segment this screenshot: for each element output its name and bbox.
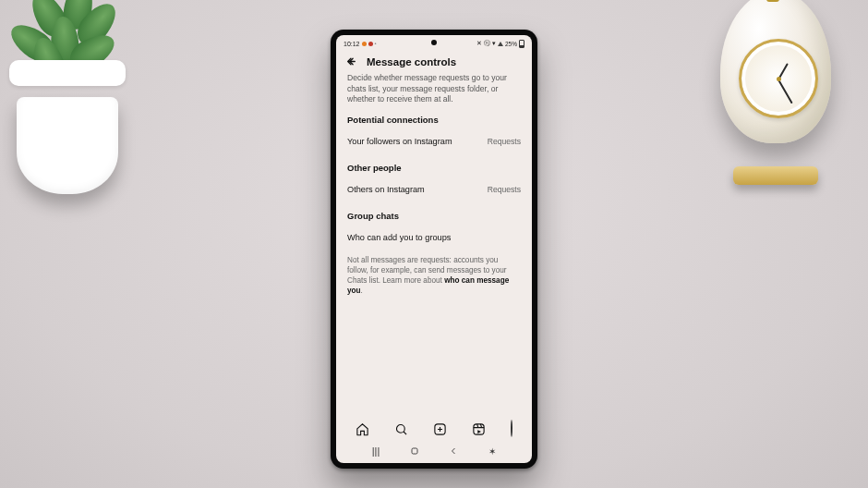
scene-background: 10:12 • ✕ ⓝ ▾ 25% <box>0 0 868 488</box>
status-vibrate-icon: ✕ <box>476 40 482 47</box>
nav-recent-button[interactable]: ||| <box>367 445 385 457</box>
status-notif-icon <box>368 42 373 46</box>
svg-rect-6 <box>474 423 484 433</box>
svg-rect-11 <box>412 448 417 454</box>
status-signal-icon <box>498 42 503 46</box>
status-more-icon: • <box>375 41 377 46</box>
status-battery-icon <box>519 40 524 48</box>
section-heading-potential: Potential connections <box>347 115 521 125</box>
phone-frame: 10:12 • ✕ ⓝ ▾ 25% <box>331 30 537 469</box>
tab-reels[interactable] <box>472 422 486 436</box>
row-followers-label: Your followers on Instagram <box>347 137 452 146</box>
row-followers[interactable]: Your followers on Instagram Requests <box>347 132 521 155</box>
row-followers-value: Requests <box>488 137 521 146</box>
page-title: Message controls <box>367 56 456 67</box>
nav-accessibility-button[interactable]: ✶ <box>483 446 501 457</box>
nav-back-button[interactable] <box>444 445 463 457</box>
footnote-text-end: . <box>361 287 363 295</box>
plant-decoration <box>0 0 157 213</box>
page-description: Decide whether message requests go to yo… <box>347 73 521 105</box>
status-nfc-icon: ⓝ <box>484 40 490 48</box>
status-notif-icon <box>362 42 367 46</box>
profile-avatar-icon <box>511 420 512 437</box>
clock-decoration <box>702 0 850 185</box>
tab-create[interactable] <box>433 422 447 436</box>
row-others[interactable]: Others on Instagram Requests <box>347 180 521 203</box>
svg-marker-10 <box>477 430 481 433</box>
section-heading-groups: Group chats <box>347 211 521 221</box>
row-others-label: Others on Instagram <box>347 185 425 194</box>
back-button[interactable] <box>345 55 357 67</box>
tab-profile[interactable] <box>511 421 512 437</box>
svg-point-1 <box>397 424 405 433</box>
settings-content: Decide whether message requests go to yo… <box>336 73 532 415</box>
tab-home[interactable] <box>356 422 369 436</box>
svg-line-2 <box>404 432 406 434</box>
tab-search[interactable] <box>394 422 408 436</box>
row-others-value: Requests <box>488 185 521 194</box>
app-header: Message controls <box>336 49 532 73</box>
status-battery-text: 25% <box>505 41 517 47</box>
front-camera <box>431 40 437 45</box>
footnote: Not all messages are requests: accounts … <box>347 255 521 296</box>
row-groups[interactable]: Who can add you to groups <box>347 228 521 251</box>
app-tab-bar <box>336 415 532 439</box>
phone-screen: 10:12 • ✕ ⓝ ▾ 25% <box>336 35 532 463</box>
section-heading-other: Other people <box>347 163 521 173</box>
row-groups-label: Who can add you to groups <box>347 233 451 242</box>
status-time: 10:12 <box>344 41 360 47</box>
status-wifi-icon: ▾ <box>492 40 496 47</box>
system-nav-bar: ||| ✶ <box>336 439 532 463</box>
nav-home-button[interactable] <box>405 445 424 457</box>
